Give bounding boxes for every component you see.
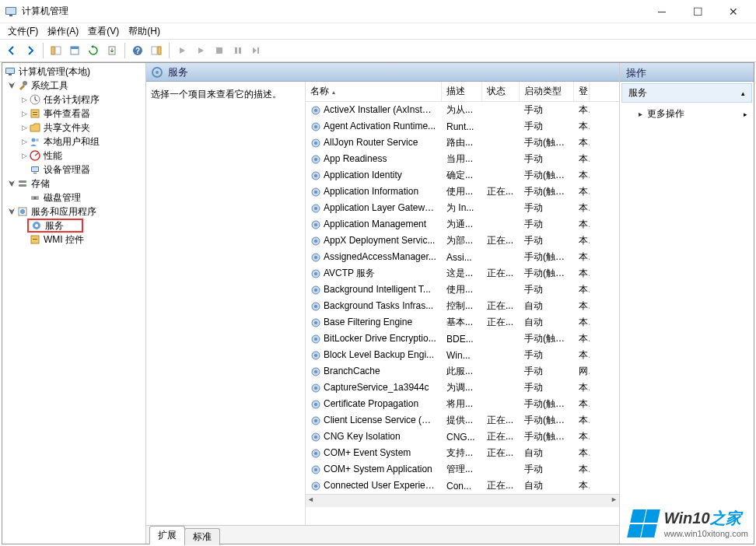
expand-icon[interactable]: ▷: [19, 124, 29, 131]
service-row[interactable]: COM+ System Application管理...手动本: [306, 461, 619, 478]
restart-button[interactable]: [248, 42, 265, 59]
disk-icon: [29, 191, 41, 204]
service-row[interactable]: AllJoyn Router Service路由...手动(触发...本: [306, 135, 619, 151]
service-row[interactable]: Certificate Propagation将用...手动(触发...本: [306, 396, 619, 412]
svg-point-87: [314, 452, 317, 455]
tree-performance[interactable]: ▷ 性能: [4, 149, 144, 163]
tab-extended[interactable]: 扩展: [149, 526, 185, 544]
service-logon: 本: [574, 446, 590, 460]
maximize-button[interactable]: ☐: [680, 0, 716, 23]
gear-icon: [310, 350, 321, 361]
collapse-icon[interactable]: ⮟: [7, 180, 16, 187]
menu-action[interactable]: 操作(A): [43, 23, 83, 40]
help-button[interactable]: ?: [129, 42, 146, 59]
svg-rect-12: [216, 47, 222, 54]
horizontal-scrollbar[interactable]: [306, 494, 619, 507]
tree-localusers[interactable]: ▷ 本地用户和组: [4, 135, 144, 149]
svg-point-49: [314, 142, 317, 145]
minimize-button[interactable]: ─: [644, 0, 680, 23]
tree-servicesapps[interactable]: ⮟ 服务和应用程序: [4, 205, 144, 219]
service-row[interactable]: Block Level Backup Engi...Win...手动本: [306, 347, 619, 363]
svg-point-75: [314, 354, 317, 357]
col-startup[interactable]: 启动类型: [520, 82, 574, 101]
service-row[interactable]: CNG Key IsolationCNG...正在...手动(触发...本: [306, 429, 619, 445]
tabstrip: 扩展 标准: [146, 525, 619, 544]
service-status: 正在...: [482, 479, 520, 492]
service-row[interactable]: AppX Deployment Servic...为部...正在...手动本: [306, 233, 619, 249]
tree-taskscheduler[interactable]: ▷ 任务计划程序: [4, 93, 144, 107]
export-button[interactable]: [103, 42, 121, 59]
expand-icon[interactable]: ▷: [19, 152, 29, 159]
service-row[interactable]: CaptureService_1a3944c为调...手动本: [306, 380, 619, 396]
svg-point-32: [25, 181, 26, 183]
tree-root[interactable]: 计算机管理(本地): [4, 65, 144, 79]
properties-button[interactable]: [66, 42, 83, 59]
service-startup: 手动: [520, 103, 574, 117]
service-row[interactable]: Background Tasks Infras...控制...正在...自动本: [306, 298, 619, 314]
service-row[interactable]: Application Identity确定...手动(触发...本: [306, 167, 619, 184]
tree-wmi[interactable]: WMI 控件: [4, 233, 144, 247]
service-row[interactable]: Application Information使用...正在...手动(触发..…: [306, 184, 619, 200]
service-logon: 本: [574, 332, 590, 345]
forward-button[interactable]: [22, 42, 39, 59]
service-row[interactable]: ActiveX Installer (AxInstSV)为从...手动本: [306, 102, 619, 118]
close-button[interactable]: ✕: [716, 0, 751, 23]
action-section[interactable]: 服务 ▴: [621, 83, 752, 103]
collapse-icon[interactable]: ⮟: [7, 82, 16, 89]
col-status[interactable]: 状态: [482, 82, 520, 101]
service-status: 正在...: [482, 267, 520, 280]
gear-icon: [310, 383, 321, 394]
service-startup: 手动: [520, 120, 574, 133]
pause-button[interactable]: [229, 42, 247, 59]
service-row[interactable]: Agent Activation Runtime...Runt...手动本: [306, 118, 619, 135]
tree-sharedfolders[interactable]: ▷ 共享文件夹: [4, 121, 144, 135]
service-row[interactable]: AssignedAccessManager...Assi...手动(触发...本: [306, 249, 619, 265]
menu-help[interactable]: 帮助(H): [124, 23, 165, 40]
tree-services[interactable]: 服务: [27, 219, 83, 233]
tree-diskmgmt[interactable]: 磁盘管理: [4, 191, 144, 205]
play-button[interactable]: [192, 42, 209, 59]
service-row[interactable]: BitLocker Drive Encryptio...BDE...手动(触发.…: [306, 331, 619, 347]
col-logon[interactable]: 登: [574, 82, 590, 101]
tree-label: 设备管理器: [44, 163, 90, 177]
tree-devicemanager[interactable]: 设备管理器: [4, 163, 144, 177]
col-desc[interactable]: 描述: [442, 82, 482, 101]
chevron-up-icon: ▴: [741, 89, 745, 97]
service-row[interactable]: App Readiness当用...手动本: [306, 151, 619, 167]
col-name[interactable]: 名称▴: [306, 82, 442, 101]
tree-label: 系统工具: [31, 79, 68, 93]
tree-systools[interactable]: ⮟ 系统工具: [4, 79, 144, 93]
action-more[interactable]: 更多操作 ▸: [620, 104, 754, 124]
service-row[interactable]: COM+ Event System支持...正在...自动本: [306, 445, 619, 461]
menu-view[interactable]: 查看(V): [83, 23, 124, 40]
expand-icon[interactable]: ▷: [19, 110, 29, 117]
tree-eventviewer[interactable]: ▷ 事件查看器: [4, 107, 144, 121]
tree-storage[interactable]: ⮟ 存储: [4, 177, 144, 191]
service-row[interactable]: Connected User Experien...Con...正在...自动本: [306, 478, 619, 494]
show-hide-action-button[interactable]: [148, 42, 165, 59]
service-row[interactable]: BranchCache此服...手动网: [306, 363, 619, 380]
menu-file[interactable]: 文件(F): [3, 23, 43, 40]
stop-button[interactable]: [211, 42, 228, 59]
service-row[interactable]: Application Layer Gatewa...为 In...手动本: [306, 200, 619, 216]
expand-icon[interactable]: ▷: [19, 96, 29, 103]
expand-icon[interactable]: ▷: [19, 138, 29, 145]
start-service-button[interactable]: [173, 42, 191, 59]
performance-icon: [29, 149, 41, 162]
service-startup: 手动: [520, 348, 574, 362]
svg-point-43: [156, 71, 159, 74]
refresh-button[interactable]: [85, 42, 102, 59]
service-row[interactable]: Client License Service (Cli...提供...正在...…: [306, 412, 619, 429]
tree-label: 共享文件夹: [44, 121, 90, 135]
back-button[interactable]: [3, 42, 20, 59]
service-row[interactable]: Background Intelligent T...使用...手动本: [306, 282, 619, 298]
service-row[interactable]: Application Management为通...手动本: [306, 216, 619, 233]
collapse-icon[interactable]: ⮟: [7, 208, 16, 215]
service-row[interactable]: Base Filtering Engine基本...正在...自动本: [306, 314, 619, 331]
service-name: Base Filtering Engine: [324, 317, 412, 327]
tab-standard[interactable]: 标准: [184, 528, 220, 545]
show-hide-tree-button[interactable]: [47, 42, 65, 59]
service-logon: 本: [574, 479, 590, 492]
service-row[interactable]: AVCTP 服务这是...正在...手动(触发...本: [306, 265, 619, 282]
services-header: 服务: [146, 63, 619, 82]
